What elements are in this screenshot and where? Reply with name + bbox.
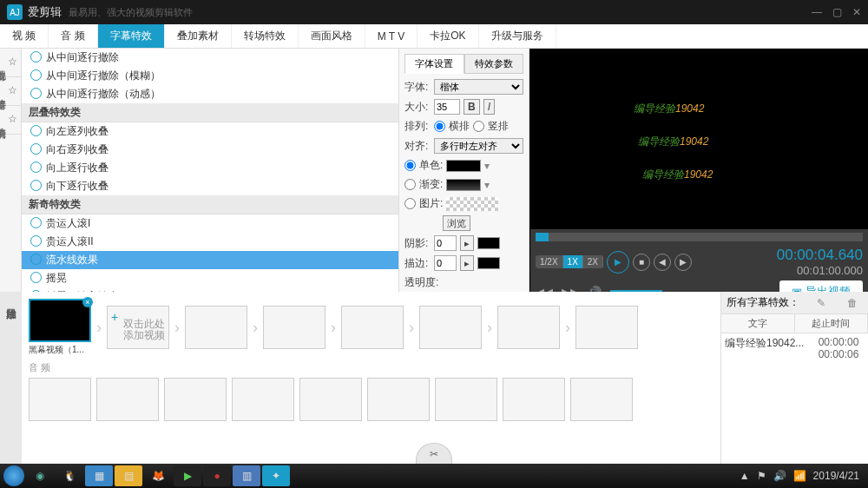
subtab-params[interactable]: 特效参数 <box>464 54 524 74</box>
speed-1x[interactable]: 1X <box>563 255 583 268</box>
stroke-input[interactable] <box>434 255 457 271</box>
add-clip-slot[interactable]: +双击此处添加视频 <box>107 306 169 349</box>
arrange-h-radio[interactable] <box>434 121 445 132</box>
taskbar-current-app-icon[interactable]: ✦ <box>262 465 290 486</box>
app-logo: AJ <box>7 4 23 20</box>
edit-icon[interactable]: ✎ <box>817 297 825 309</box>
audio-slot[interactable] <box>367 378 430 421</box>
color-swatch[interactable] <box>446 160 481 172</box>
audio-slot[interactable] <box>96 378 159 421</box>
audio-slot[interactable] <box>503 378 565 421</box>
taskbar-player-icon[interactable]: ▶ <box>174 465 201 486</box>
effect-group: 新奇特效类 <box>22 195 398 214</box>
next-frame-button[interactable]: ▶ <box>674 254 692 271</box>
gradient-radio[interactable] <box>404 179 416 190</box>
effect-item[interactable]: 贵运人滚I <box>22 214 398 233</box>
minimize-button[interactable]: — <box>812 6 822 18</box>
audio-slot[interactable] <box>570 378 633 421</box>
audio-slot[interactable] <box>232 378 294 421</box>
tab-transition[interactable]: 转场特效 <box>232 24 299 48</box>
effect-item[interactable]: 向上逐行收叠 <box>22 159 398 177</box>
effect-item[interactable]: 向左逐列收叠 <box>22 122 398 141</box>
effect-item[interactable]: 从中间逐行撤除 <box>22 49 398 67</box>
taskbar-explorer-icon[interactable]: ▦ <box>85 465 113 486</box>
tab-subtitle-effects[interactable]: 字幕特效 <box>98 24 165 48</box>
audio-slot[interactable] <box>299 378 362 421</box>
clip-slot[interactable] <box>575 306 638 349</box>
audio-slot[interactable] <box>164 378 227 421</box>
shadow-color[interactable] <box>477 237 500 249</box>
effect-item-selected[interactable]: 流水线效果 <box>22 251 398 269</box>
tab-overlay[interactable]: 叠加素材 <box>165 24 232 48</box>
italic-button[interactable]: I <box>483 99 495 115</box>
tray-volume-icon[interactable]: 🔊 <box>773 470 786 482</box>
effect-item[interactable]: 摇晃 <box>22 269 398 287</box>
tray-flag-icon[interactable]: ⚑ <box>757 470 766 482</box>
audio-slot[interactable] <box>435 378 497 421</box>
align-select[interactable]: 多行时左对齐 <box>434 138 523 154</box>
effect-list[interactable]: 从中间逐行撤除 从中间逐行撤除（模糊） 从中间逐行撤除（动感） 层叠特效类 向左… <box>22 49 399 292</box>
browse-button[interactable]: 浏览 <box>443 215 470 231</box>
time-total: 00:01:00.000 <box>777 264 863 277</box>
gradient-swatch[interactable] <box>446 179 481 191</box>
cut-button[interactable]: ✂ <box>416 443 452 464</box>
font-label: 字体: <box>404 80 431 95</box>
close-button[interactable]: ✕ <box>852 6 861 18</box>
solid-radio[interactable] <box>404 160 416 171</box>
size-input[interactable] <box>434 99 460 115</box>
taskbar-chrome-icon[interactable]: ◉ <box>26 465 54 486</box>
effect-item[interactable]: 从中间逐行撤除（动感） <box>22 85 398 103</box>
effect-item[interactable]: 向下逐行收叠 <box>22 177 398 195</box>
font-select[interactable]: 楷体 <box>434 79 523 95</box>
effect-item[interactable]: 从中间逐行撤除（模糊） <box>22 67 398 85</box>
sidetab-disappear[interactable]: ☆消失特效 <box>0 106 21 135</box>
speed-2x[interactable]: 2X <box>583 255 603 268</box>
clip-thumbnail[interactable]: × <box>29 299 91 342</box>
stroke-color[interactable] <box>477 257 500 269</box>
taskbar-firefox-icon[interactable]: 🦊 <box>144 465 172 486</box>
taskbar-notes-icon[interactable]: ▥ <box>233 465 260 486</box>
sidetab-stay[interactable]: ☆停留特效 <box>0 77 21 106</box>
clip-slot[interactable] <box>185 306 247 349</box>
shadow-step[interactable]: ▸ <box>460 235 474 251</box>
tray-network-icon[interactable]: 📶 <box>793 470 806 482</box>
tray-date[interactable]: 2019/4/21 <box>813 470 859 482</box>
effect-item[interactable]: 向右逐列收叠 <box>22 141 398 159</box>
subtab-font[interactable]: 字体设置 <box>404 54 464 74</box>
play-button[interactable]: ▶ <box>607 251 629 274</box>
tab-karaoke[interactable]: 卡拉OK <box>418 24 478 48</box>
clip-remove-icon[interactable]: × <box>82 297 93 307</box>
tab-style[interactable]: 画面风格 <box>299 24 365 48</box>
sidetab-appear[interactable]: ☆出现特效 <box>0 49 21 77</box>
effect-row[interactable]: 编导经验19042... 00:00:0000:00:06 <box>721 333 868 363</box>
stop-button[interactable]: ■ <box>633 254 650 271</box>
tab-mtv[interactable]: M T V <box>365 24 418 48</box>
tab-audio[interactable]: 音 频 <box>49 24 97 48</box>
clip-slot[interactable] <box>263 306 326 349</box>
taskbar-app-icon[interactable]: ▤ <box>115 465 142 486</box>
taskbar-record-icon[interactable]: ● <box>203 465 231 486</box>
clip-slot[interactable] <box>419 306 482 349</box>
audio-slot[interactable] <box>29 378 91 421</box>
tab-video[interactable]: 视 频 <box>0 24 49 48</box>
pic-radio[interactable] <box>404 198 416 209</box>
start-button[interactable] <box>3 465 24 486</box>
effect-item[interactable]: 贵运人滚II <box>22 233 398 251</box>
prev-frame-button[interactable]: ◀ <box>654 254 671 271</box>
taskbar-qq-icon[interactable]: 🐧 <box>56 465 83 486</box>
shadow-label: 阴影: <box>404 236 431 251</box>
bold-button[interactable]: B <box>464 99 480 115</box>
clip-slot[interactable] <box>497 306 560 349</box>
tab-upgrade[interactable]: 升级与服务 <box>479 24 556 48</box>
clip-slot[interactable] <box>341 306 404 349</box>
shadow-input[interactable] <box>434 235 457 251</box>
tray-up-icon[interactable]: ▲ <box>740 470 750 482</box>
stroke-step[interactable]: ▸ <box>460 255 474 271</box>
effect-group: 层叠特效类 <box>22 103 398 122</box>
maximize-button[interactable]: ▢ <box>832 6 842 18</box>
delete-icon[interactable]: 🗑 <box>847 297 858 309</box>
speed-half[interactable]: 1/2X <box>536 255 563 268</box>
arrange-v-radio[interactable] <box>473 121 484 132</box>
main-tabbar: 视 频 音 频 字幕特效 叠加素材 转场特效 画面风格 M T V 卡拉OK 升… <box>0 24 868 49</box>
seek-bar[interactable] <box>536 233 863 241</box>
